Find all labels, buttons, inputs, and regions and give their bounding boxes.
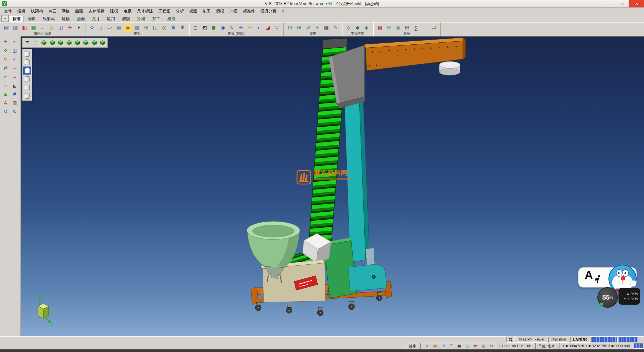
layer-palette-item-3[interactable] [23, 67, 31, 75]
hidden-line-icon[interactable]: ◩ [200, 23, 209, 32]
layer-indicator-icon[interactable]: 2 [447, 343, 455, 349]
menu-edit[interactable]: 编辑 [15, 8, 28, 15]
world-icon[interactable]: ◎ [393, 23, 402, 32]
graphic-database-icon[interactable]: ◎ [160, 23, 169, 32]
menu-flow-analysis[interactable]: 模流分析 [258, 8, 279, 15]
print-status-icon[interactable]: ▤ [431, 343, 439, 349]
menu-dimension[interactable]: 尺寸标注 [134, 8, 156, 15]
wireframe-mode-icon[interactable]: ◻ [191, 23, 200, 32]
view-right-icon[interactable] [73, 39, 82, 47]
tab-dimension[interactable]: 尺寸 [89, 16, 103, 22]
view-bottom-icon[interactable] [90, 39, 98, 47]
tab-modeling[interactable]: 建模 [58, 16, 73, 22]
menu-drawing[interactable]: 工程图 [156, 8, 173, 15]
view-manager-icon[interactable]: ▦ [322, 23, 331, 32]
tab-molding[interactable]: 塑膜 [119, 16, 133, 22]
status-layer[interactable]: LAYER0 [570, 337, 590, 343]
status-snap[interactable]: 拴牢 [406, 343, 419, 349]
fillet-icon[interactable]: ∩ [1, 81, 10, 89]
open-graphic-icon[interactable]: ▱ [106, 23, 114, 32]
tab-edit[interactable]: 编辑 [24, 16, 39, 22]
color-table-icon[interactable]: ▦ [375, 23, 384, 32]
status-search-cell[interactable] [506, 337, 515, 343]
undo-icon[interactable]: ↺ [1, 107, 10, 116]
color-filter-icon[interactable]: ◧ [20, 23, 29, 32]
tab-standard[interactable]: 标准 [9, 16, 24, 22]
menu-surface[interactable]: 曲面 [72, 8, 86, 15]
light-settings-icon[interactable]: ☀ [246, 23, 254, 32]
menu-mold[interactable]: 塑模 [213, 8, 227, 15]
regen-icon[interactable]: ↻ [488, 343, 495, 349]
menu-wireframe[interactable]: 线架构 [28, 8, 46, 15]
view-dynamic-icon[interactable] [99, 39, 107, 47]
snap-grid-icon[interactable]: ⊞ [439, 343, 447, 349]
tab-flow[interactable]: 模流 [164, 16, 179, 22]
text-icon[interactable]: A [1, 98, 10, 107]
move-icon[interactable]: ✛ [1, 46, 10, 54]
ucs-icon[interactable]: ◇ [464, 343, 471, 349]
pan-view-icon[interactable]: ✛ [236, 23, 245, 32]
new-graphic-icon[interactable]: ▯ [97, 23, 105, 32]
layer-palette-item-6[interactable] [23, 92, 31, 100]
spreadsheet-icon[interactable]: ⊞ [402, 23, 411, 32]
swap-view-icon[interactable]: ⇄ [472, 343, 479, 349]
menu-help[interactable]: ? [279, 8, 287, 15]
close-button[interactable]: ✕ [629, 0, 644, 7]
section-view-icon[interactable]: ◪ [264, 23, 272, 32]
viewport-3d[interactable] [21, 36, 644, 336]
quick-filter-icon[interactable]: ✛ [65, 23, 74, 32]
status-view-abs[interactable]: 绝对视图 [548, 337, 569, 343]
point-cloud-icon[interactable]: ∴ [421, 23, 429, 32]
solids-mode-icon[interactable]: ▦ [455, 343, 463, 349]
viewport-menu-icon[interactable]: ☰ [23, 39, 31, 47]
view-front-icon[interactable] [57, 39, 65, 47]
redo-icon[interactable]: ↻ [10, 107, 19, 116]
layer-palette-item-2[interactable] [23, 58, 31, 66]
stretch-icon[interactable]: ⇄ [1, 63, 10, 72]
layer-palette-item-1[interactable] [23, 50, 31, 58]
view-left-icon[interactable] [65, 39, 73, 47]
selection-mask-icon[interactable]: ◫ [56, 23, 65, 32]
statistics-icon[interactable]: ∑ [412, 23, 420, 32]
model-structure-icon[interactable]: ≋ [169, 23, 178, 32]
properties-icon[interactable]: ▤ [2, 23, 11, 32]
measure-icon[interactable]: # [10, 90, 19, 98]
viewport-layout-icon[interactable]: ▢ [32, 39, 40, 47]
grid-display-icon[interactable]: ▥ [480, 343, 487, 349]
tab-machining[interactable]: 加工 [149, 16, 164, 22]
status-units[interactable]: 单位: 毫米 [535, 343, 558, 349]
menu-solid-edit[interactable]: 实体编辑 [86, 8, 107, 15]
shaded-mode-icon[interactable]: ◼ [209, 23, 218, 32]
element-filter-icon[interactable]: △ [47, 23, 56, 32]
copy-graphic-icon[interactable]: ◫ [151, 23, 160, 32]
dynamic-view-icon[interactable]: ↻ [227, 23, 236, 32]
percent-circle[interactable]: 55% [597, 287, 618, 308]
tab-overflow-chevron-icon[interactable]: ▾ [1, 15, 9, 22]
zoom-window-icon[interactable]: ⊞ [295, 23, 304, 32]
array-icon[interactable]: ⊞ [1, 90, 10, 98]
offset-icon[interactable]: ≡ [10, 63, 19, 72]
zoom-previous-icon[interactable]: ↺ [304, 23, 313, 32]
tab-surface[interactable]: 曲面 [73, 16, 88, 22]
layer-palette-item-4[interactable] [23, 75, 31, 83]
measure-distance-icon[interactable]: ⌖ [313, 23, 322, 32]
rendered-mode-icon[interactable]: ◉ [218, 23, 227, 32]
material-icon[interactable]: ◐ [255, 23, 263, 32]
workplane-view-icon[interactable]: ◈ [362, 23, 371, 32]
view-axonometric-icon[interactable] [40, 39, 48, 47]
view-back-icon[interactable] [82, 39, 90, 47]
tab-application[interactable]: 应用 [104, 16, 118, 22]
cad-link-icon[interactable]: ⇄ [430, 23, 438, 32]
attributes-copy-icon[interactable]: ▥ [11, 23, 20, 32]
menu-standard-parts[interactable]: 标准件 [240, 8, 258, 15]
menu-die[interactable]: 冲模 [227, 8, 240, 15]
zoom-extents-icon[interactable]: ⊡ [286, 23, 294, 32]
status-scale[interactable]: LS: 1.00 PS: 1.00 [499, 343, 534, 349]
mirror-icon[interactable]: ◐ [10, 55, 19, 63]
active-graphic-icon[interactable]: ▣ [124, 23, 132, 32]
tab-die[interactable]: 冲模 [134, 16, 149, 22]
menu-machining[interactable]: 加工 [200, 8, 213, 15]
erase-icon[interactable]: ✂ [10, 37, 19, 46]
background-icon[interactable]: ▽ [273, 23, 281, 32]
copy-icon[interactable]: ◫ [10, 46, 19, 54]
